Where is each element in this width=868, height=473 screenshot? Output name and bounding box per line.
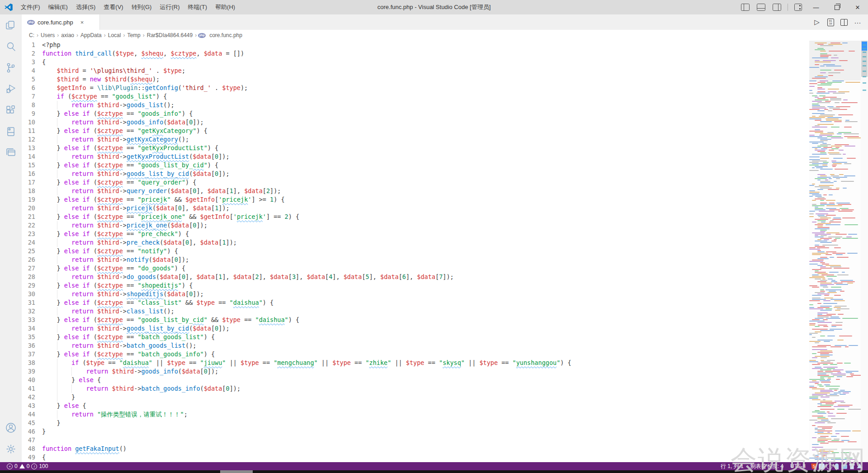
menu-item-2[interactable]: 选择(S) xyxy=(72,0,99,14)
split-editor-button[interactable] xyxy=(837,16,851,28)
tab-core-func-php[interactable]: php core.func.php × xyxy=(22,14,100,30)
code-line-14[interactable]: 14 return $third->getKyxProductList($dat… xyxy=(22,152,809,161)
code-line-47[interactable]: 47 xyxy=(22,436,809,445)
code-line-31[interactable]: 31 } else if ($cztype == "class_list" &&… xyxy=(22,298,809,307)
breadcrumb-item[interactable]: Rar$DIa4864.6449 xyxy=(147,32,193,38)
code-line-5[interactable]: 5 $third = new $third($shequ); xyxy=(22,75,809,84)
code-line-21[interactable]: 21 } else if ($cztype == "pricejk_one" &… xyxy=(22,213,809,221)
keyboard-icon[interactable] xyxy=(841,464,847,469)
breadcrumb-item[interactable]: AppData xyxy=(80,32,102,38)
code-line-1[interactable]: 1<?php xyxy=(22,41,809,49)
code-line-38[interactable]: 38 if ($type == "daishua" || $type == "j… xyxy=(22,359,809,367)
indentation-setting[interactable]: 制表符长度: 4 xyxy=(748,463,786,470)
code-line-40[interactable]: 40 } else { xyxy=(22,376,809,384)
problems-indicator[interactable]: × 0 0 i 100 xyxy=(5,463,50,469)
run-debug-icon[interactable] xyxy=(0,78,22,99)
breadcrumb-file[interactable]: core.func.php xyxy=(209,32,242,38)
explorer-icon[interactable] xyxy=(0,14,22,36)
settings-gear-icon[interactable] xyxy=(0,438,22,459)
code-line-22[interactable]: 22 return $third->pricejk_one($data[0]); xyxy=(22,221,809,230)
code-line-42[interactable]: 42 } xyxy=(22,393,809,402)
code-line-13[interactable]: 13 } else if ($cztype == "getKyxProductL… xyxy=(22,144,809,152)
binary-view-button[interactable]: 01 10 xyxy=(824,16,837,28)
code-line-32[interactable]: 32 return $third->class_list(); xyxy=(22,307,809,316)
extensions-icon[interactable] xyxy=(0,99,22,121)
code-line-39[interactable]: 39 return $third->goods_info($data[0]); xyxy=(22,367,809,376)
code-line-34[interactable]: 34 return $third->goods_list_by_cid($dat… xyxy=(22,324,809,333)
encoding-setting[interactable]: UTF-8 xyxy=(788,463,808,469)
code-line-8[interactable]: 8 return $third->goods_list(); xyxy=(22,101,809,109)
minimap[interactable] xyxy=(809,41,861,462)
code-line-26[interactable]: 26 return $third->notify($data[0]); xyxy=(22,255,809,264)
code-line-12[interactable]: 12 return $third->getKyxCategory(); xyxy=(22,135,809,144)
toggle-panel-icon[interactable] xyxy=(757,4,765,11)
code-line-16[interactable]: 16 return $third->goods_list_by_cid($dat… xyxy=(22,170,809,178)
notebook-extension-icon[interactable] xyxy=(0,121,22,142)
code-line-9[interactable]: 9 } else if ($cztype == "goods_info") { xyxy=(22,109,809,118)
code-line-7[interactable]: 7 if ($cztype == "goods_list") { xyxy=(22,92,809,101)
code-line-24[interactable]: 24 return $third->pre_check($data[0], $d… xyxy=(22,238,809,247)
menu-item-3[interactable]: 查看(V) xyxy=(99,0,127,14)
customize-layout-icon[interactable] xyxy=(794,4,802,11)
breadcrumb-item[interactable]: axiao xyxy=(61,32,74,38)
code-line-28[interactable]: 28 return $third->do_goods($data[0], $da… xyxy=(22,273,809,281)
more-actions-button[interactable]: ··· xyxy=(851,16,864,28)
code-line-30[interactable]: 30 return $third->shopeditjs($data[0]); xyxy=(22,290,809,298)
code-line-19[interactable]: 19 } else if ($cztype == "pricejk" && $g… xyxy=(22,195,809,204)
menu-item-7[interactable]: 帮助(H) xyxy=(211,0,239,14)
tab-close-icon[interactable]: × xyxy=(79,19,86,26)
html5-icon[interactable]: 5 xyxy=(811,464,817,469)
code-line-48[interactable]: 48function getFakaInput() xyxy=(22,445,809,453)
toggle-sidebar-icon[interactable] xyxy=(741,4,750,11)
speech-icon[interactable] xyxy=(819,464,825,469)
code-line-45[interactable]: 45 } xyxy=(22,419,809,427)
close-button[interactable]: ✕ xyxy=(847,0,868,14)
code-line-18[interactable]: 18 return $third->query_order($data[0], … xyxy=(22,187,809,195)
code-line-46[interactable]: 46} xyxy=(22,427,809,436)
menu-item-0[interactable]: 文件(F) xyxy=(17,0,44,14)
code-line-17[interactable]: 17 } else if ($cztype == "query_order") … xyxy=(22,178,809,187)
code-line-20[interactable]: 20 return $third->pricejk($data[0], $dat… xyxy=(22,204,809,213)
source-control-icon[interactable] xyxy=(0,57,22,78)
code-line-10[interactable]: 10 return $third->goods_info($data[0]); xyxy=(22,118,809,127)
bell-icon[interactable] xyxy=(857,464,863,469)
menu-item-5[interactable]: 运行(R) xyxy=(156,0,184,14)
editor-layouts-icon[interactable] xyxy=(0,142,22,163)
search-icon[interactable] xyxy=(0,36,22,57)
cursor-position[interactable]: 行 1, 列 1 xyxy=(718,463,746,470)
code-line-37[interactable]: 37 } else if ($cztype == "batch_goods_in… xyxy=(22,350,809,359)
account-icon[interactable] xyxy=(0,417,22,438)
code-line-36[interactable]: 36 return $third->batch_goods_list(); xyxy=(22,341,809,350)
code-line-23[interactable]: 23 } else if ($cztype == "pre_check") { xyxy=(22,230,809,238)
code-line-25[interactable]: 25 } else if ($cztype == "notify") { xyxy=(22,247,809,255)
code-line-3[interactable]: 3{ xyxy=(22,58,809,66)
code-editor[interactable]: 1<?php2function third_call($type, $shequ… xyxy=(22,41,809,462)
code-line-29[interactable]: 29 } else if ($cztype == "shopeditjs") { xyxy=(22,281,809,290)
breadcrumb-item[interactable]: C: xyxy=(29,32,34,38)
code-line-35[interactable]: 35 } else if ($cztype == "batch_goods_li… xyxy=(22,333,809,341)
microphone-icon[interactable] xyxy=(835,464,839,469)
breadcrumb-item[interactable]: Temp xyxy=(127,32,140,38)
breadcrumb-item[interactable]: Local xyxy=(108,32,121,38)
menu-item-1[interactable]: 编辑(E) xyxy=(44,0,72,14)
minimize-button[interactable]: — xyxy=(806,0,826,14)
toggle-secondary-sidebar-icon[interactable] xyxy=(773,4,781,11)
editor-scrollbar[interactable] xyxy=(861,41,868,462)
restore-button[interactable] xyxy=(826,0,847,14)
code-line-4[interactable]: 4 $third = '\plugins\third_' . $type; xyxy=(22,66,809,75)
code-line-6[interactable]: 6 $getInfo = \lib\Plugin::getConfig('thi… xyxy=(22,84,809,92)
shirt-icon[interactable] xyxy=(849,464,855,469)
code-line-41[interactable]: 41 return $third->batch_goods_info($data… xyxy=(22,384,809,393)
breadcrumb-item[interactable]: Users xyxy=(41,32,55,38)
code-line-27[interactable]: 27 } else if ($cztype == "do_goods") { xyxy=(22,264,809,273)
menu-item-6[interactable]: 终端(T) xyxy=(184,0,211,14)
code-line-11[interactable]: 11 } else if ($cztype == "getKyxCategory… xyxy=(22,127,809,135)
code-line-49[interactable]: 49{ xyxy=(22,453,809,462)
code-line-44[interactable]: 44 return "操作类型错误，请重试！！！"; xyxy=(22,410,809,419)
code-line-2[interactable]: 2function third_call($type, $shequ, $czt… xyxy=(22,49,809,58)
code-line-43[interactable]: 43 } else { xyxy=(22,402,809,410)
code-line-15[interactable]: 15 } else if ($cztype == "goods_list_by_… xyxy=(22,161,809,170)
menu-item-4[interactable]: 转到(G) xyxy=(127,0,156,14)
smiley-icon[interactable] xyxy=(826,464,832,469)
run-code-button[interactable]: ▷ xyxy=(810,16,824,28)
